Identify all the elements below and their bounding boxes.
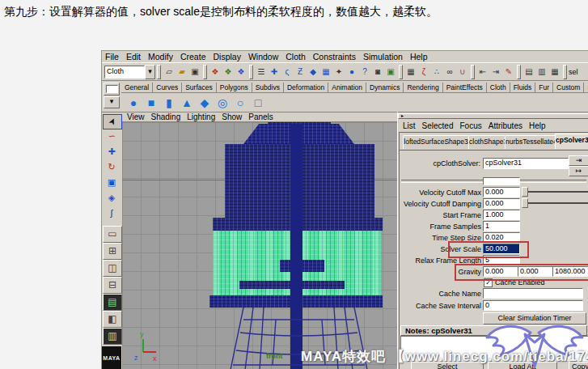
viewport-menu-show[interactable]: Show [222, 112, 242, 121]
toolbar-separator[interactable] [157, 65, 161, 79]
select-tool-button[interactable]: ➤ [103, 114, 122, 129]
velocity-cutoff-max-slider[interactable] [525, 191, 588, 193]
menu-create[interactable]: Create [180, 52, 206, 62]
tab-nurbstessellate4[interactable]: nurbsTessellate4 [505, 135, 556, 149]
scale-tool-button[interactable]: ▣ [103, 176, 121, 189]
shelf-tab-custom[interactable]: Custom [553, 83, 584, 92]
quick-help-icon[interactable]: ? [358, 66, 371, 78]
ae-menu-help[interactable]: Help [529, 121, 546, 130]
ae-menu-list[interactable]: List [403, 121, 416, 130]
cpclothsolver-field[interactable]: cpSolver31 [483, 158, 569, 169]
nurbs-torus-icon[interactable]: ◎ [214, 95, 231, 111]
menu-display[interactable]: Display [213, 52, 240, 62]
construction-history-icon[interactable]: ζ [417, 66, 430, 78]
viewport-menu-lighting[interactable]: Lighting [187, 112, 215, 121]
viewport-menu-panels[interactable]: Panels [248, 112, 273, 121]
nurbs-cylinder-icon[interactable]: ▮ [160, 95, 178, 111]
make-live-icon[interactable]: ✦ [332, 66, 345, 78]
rotate-tool-button[interactable]: ↻ [103, 160, 121, 174]
snap-to-plane-icon[interactable]: ◆ [307, 66, 319, 78]
menu-window[interactable]: Window [248, 52, 278, 62]
open-scene-icon[interactable]: ▰ [176, 66, 188, 78]
script-editor-icon[interactable]: ✎ [502, 66, 515, 78]
panel-collapse-bar[interactable]: ▸ [398, 113, 588, 119]
cache-enabled-checkbox[interactable]: ✓ [484, 278, 493, 287]
gravity-z-field[interactable]: 1080.000 [552, 266, 588, 277]
viewport-menu-shading[interactable]: Shading [151, 112, 181, 121]
magnet-constraint-icon[interactable]: ∪ [456, 66, 469, 78]
shelf-tab-fluids[interactable]: Fluids [510, 83, 536, 92]
shelf-tab-deformation[interactable]: Deformation [284, 83, 328, 92]
nurbs-plane-icon[interactable]: ◆ [196, 95, 214, 111]
menu-file[interactable]: File [105, 52, 119, 62]
menu-edit[interactable]: Edit [126, 52, 141, 62]
shelf-tab-general[interactable]: General [121, 83, 153, 92]
ae-menu-selected[interactable]: Selected [422, 121, 454, 130]
velocity-cutoff-max-slider-thumb[interactable] [522, 187, 528, 197]
snap-to-point-icon[interactable]: Ƶ [294, 66, 307, 78]
shelf-tab-rendering[interactable]: Rendering [404, 83, 442, 92]
layout-four-view-button[interactable]: ⊞ [103, 243, 122, 260]
snap-to-grid-icon[interactable]: ✚ [268, 66, 281, 78]
menu-simulation[interactable]: Simulation [363, 52, 403, 62]
prev-panel-icon[interactable]: ⇤ [476, 66, 489, 78]
velocity-cutoff-damping-field[interactable]: 0.000 [483, 198, 520, 209]
lasso-tool-button[interactable]: ∽ [103, 129, 121, 143]
menu-constraints[interactable]: Constraints [313, 52, 356, 62]
frame-samples-field[interactable]: 1 [483, 221, 520, 231]
cache-name-field[interactable] [483, 288, 583, 299]
layout-single-button[interactable]: ▭ [103, 226, 122, 243]
shelf-tab-curves[interactable]: Curves [153, 83, 182, 92]
velocity-cutoff-damping-slider[interactable] [525, 202, 588, 204]
highlight-selected-icon[interactable]: ▣ [384, 66, 397, 78]
gravity-y-field[interactable]: 0.000 [518, 266, 555, 277]
shelf-tab-fur[interactable]: Fur [535, 83, 553, 92]
focus-button[interactable]: ⇥ [569, 155, 588, 166]
shelf-tab-dynamics[interactable]: Dynamics [366, 83, 404, 92]
shelf-tab-selector[interactable] [104, 83, 120, 95]
nurbs-cube-icon[interactable]: ■ [142, 95, 160, 111]
render-current-icon[interactable]: ▥ [535, 66, 548, 78]
input-operations-icon[interactable]: ▦ [404, 66, 417, 78]
gravity-x-field[interactable]: 0.000 [483, 266, 520, 277]
nurbs-square-icon[interactable]: □ [249, 95, 267, 111]
layout-hypershade-button[interactable]: ▤ [103, 294, 122, 311]
toolbar-separator[interactable] [249, 65, 253, 79]
soft-mod-tool-button[interactable]: ʃ [103, 206, 121, 220]
link-constraint-icon[interactable]: ∞ [443, 66, 456, 78]
nurbs-cone-icon[interactable]: ▲ [178, 95, 196, 111]
toolbar-separator[interactable] [517, 65, 521, 79]
list-operations-icon[interactable]: ∴ [430, 66, 443, 78]
nurbs-circle-icon[interactable]: ○ [231, 95, 249, 111]
solver-scale-field[interactable]: 50.000 [483, 244, 520, 254]
shelf-tab-surfaces[interactable]: Surfaces [182, 83, 217, 92]
nurbs-sphere-icon[interactable]: ● [125, 95, 142, 111]
lock-selection-icon[interactable]: ◙ [371, 66, 384, 78]
move-tool-button[interactable]: ✚ [103, 145, 121, 159]
select-by-object-icon[interactable]: ❖ [222, 66, 235, 78]
snap-to-curve-icon[interactable]: ς [281, 66, 294, 78]
render-view-icon[interactable]: ▤ [522, 66, 535, 78]
ae-menu-focus[interactable]: Focus [459, 121, 481, 130]
shelf-tab-subdivs[interactable]: Subdivs [252, 83, 284, 92]
velocity-cutoff-max-field[interactable]: 0.000 [483, 187, 520, 197]
presets-button[interactable]: ↦ [569, 166, 588, 176]
relax-frame-length-field[interactable]: 5 [483, 255, 520, 265]
layout-uv-editor-button[interactable]: ▥ [103, 328, 122, 345]
toolbar-separator[interactable] [471, 65, 475, 79]
shelf-tab-polygons[interactable]: Polygons [217, 83, 252, 92]
universal-manipulator-button[interactable]: ◈ [103, 191, 121, 205]
menuset-dropdown[interactable]: Cloth [104, 66, 145, 78]
viewport-canvas[interactable]: y z x front [122, 122, 397, 369]
menu-help[interactable]: Help [410, 52, 428, 62]
selection-mask-dropdown[interactable]: sel [569, 68, 578, 76]
shelf-tab-painteffects[interactable]: PaintEffects [443, 83, 487, 92]
toolbar-separator[interactable] [399, 65, 403, 79]
menu-cloth[interactable]: Cloth [286, 52, 306, 62]
tab-loftedsurfaceshape3[interactable]: loftedSurfaceShape3 [403, 135, 469, 149]
select-by-hierarchy-icon[interactable]: ❖ [209, 66, 222, 78]
layout-persp-graph-button[interactable]: ⊟ [103, 277, 122, 294]
next-panel-icon[interactable]: ⇥ [489, 66, 502, 78]
ipr-render-icon[interactable]: ▦ [548, 66, 561, 78]
snap-center-icon[interactable]: ● [345, 66, 358, 78]
